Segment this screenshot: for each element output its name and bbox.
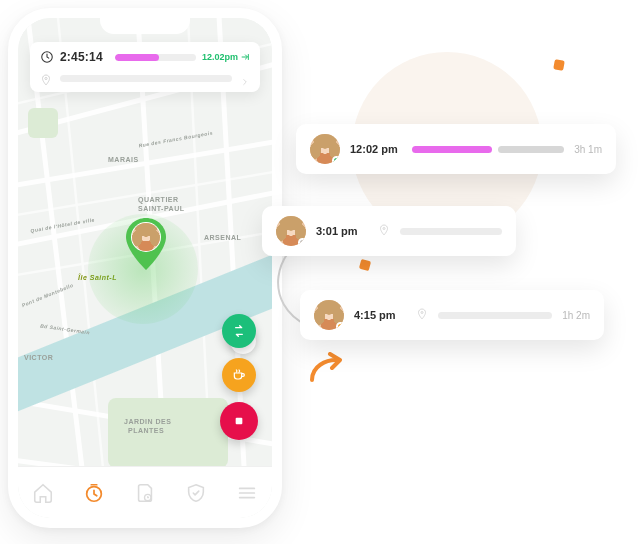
- connector-arrow-icon: [306, 352, 346, 392]
- svg-point-12: [383, 228, 385, 230]
- home-icon[interactable]: [32, 482, 54, 504]
- tracking-header-card: 2:45:14 12.02pm: [30, 42, 260, 92]
- shield-icon[interactable]: [185, 482, 207, 504]
- decorative-dot: [359, 259, 371, 271]
- phone-notch: [100, 18, 190, 34]
- menu-icon[interactable]: [236, 482, 258, 504]
- map-label: SAINT-PAUL: [138, 205, 184, 212]
- start-timestamp: 12.02pm: [202, 52, 250, 62]
- address-placeholder: [60, 75, 232, 82]
- map-label: PLANTES: [128, 427, 164, 434]
- avatar: [314, 300, 344, 330]
- map-view[interactable]: MARAIS QUARTIER SAINT-PAUL ARSENAL JARDI…: [18, 18, 272, 518]
- fab-column: [220, 314, 258, 440]
- user-location-pin[interactable]: [126, 218, 166, 270]
- chevron-right-icon[interactable]: [240, 73, 250, 83]
- svg-point-7: [45, 77, 47, 79]
- avatar: [132, 223, 160, 251]
- event-time: 4:15 pm: [354, 309, 406, 321]
- phone-frame: MARAIS QUARTIER SAINT-PAUL ARSENAL JARDI…: [8, 8, 282, 528]
- event-duration: 3h 1m: [574, 144, 602, 155]
- map-label: QUARTIER: [138, 196, 179, 203]
- stop-button[interactable]: [220, 402, 258, 440]
- location-icon: [378, 222, 390, 240]
- svg-rect-8: [236, 418, 243, 425]
- progress-bar: [115, 54, 196, 61]
- timeline-event-card[interactable]: 3:01 pm: [262, 206, 516, 256]
- activity-segment: [498, 146, 564, 153]
- address-placeholder: [438, 312, 552, 319]
- event-time: 12:02 pm: [350, 143, 402, 155]
- activity-segment: [412, 146, 492, 153]
- status-dot: [298, 238, 306, 246]
- timer-icon[interactable]: [83, 482, 105, 504]
- map-label: VICTOR: [24, 354, 53, 361]
- timeline-event-card[interactable]: 12:02 pm 3h 1m: [296, 124, 616, 174]
- svg-rect-1: [108, 398, 228, 468]
- address-placeholder: [400, 228, 502, 235]
- event-time: 3:01 pm: [316, 225, 368, 237]
- swap-route-button[interactable]: [222, 314, 256, 348]
- bottom-nav: [18, 466, 272, 518]
- svg-rect-2: [28, 108, 58, 138]
- status-dot: [332, 156, 340, 164]
- status-dot: [336, 322, 344, 330]
- map-label: MARAIS: [108, 156, 139, 163]
- decorative-dot: [553, 59, 565, 71]
- avatar: [310, 134, 340, 164]
- svg-point-13: [421, 312, 423, 314]
- progress-bar-fill: [115, 54, 160, 61]
- report-icon[interactable]: [134, 482, 156, 504]
- location-icon: [416, 306, 428, 324]
- location-icon: [40, 72, 52, 84]
- map-label: JARDIN DES: [124, 418, 171, 425]
- avatar: [276, 216, 306, 246]
- map-label: ARSENAL: [204, 234, 241, 241]
- event-duration: 1h 2m: [562, 310, 590, 321]
- elapsed-time: 2:45:14: [60, 50, 103, 64]
- break-button[interactable]: [222, 358, 256, 392]
- clock-icon: [40, 50, 54, 64]
- timeline-event-card[interactable]: 4:15 pm 1h 2m: [300, 290, 604, 340]
